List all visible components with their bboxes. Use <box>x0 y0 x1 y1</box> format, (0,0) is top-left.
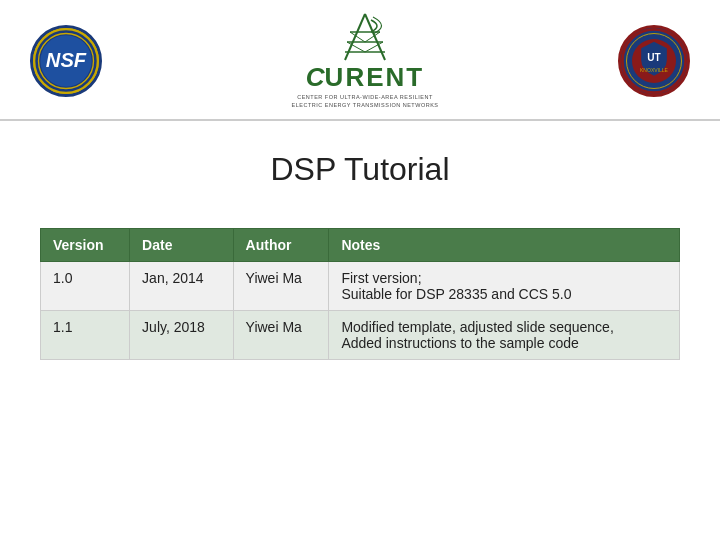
nsf-logo-container: NSF <box>30 26 120 96</box>
col-version: Version <box>41 229 130 262</box>
cell-date: July, 2018 <box>130 311 233 360</box>
version-table: Version Date Author Notes 1.0Jan, 2014Yi… <box>40 228 680 360</box>
col-notes: Notes <box>329 229 680 262</box>
col-date: Date <box>130 229 233 262</box>
curent-name: C URENT <box>306 62 424 93</box>
svg-text:NSF: NSF <box>46 49 87 71</box>
svg-line-5 <box>365 14 385 60</box>
right-logo-container: UT KNOXVILLE <box>610 26 690 96</box>
cell-notes: First version;Suitable for DSP 28335 and… <box>329 262 680 311</box>
header: NSF C <box>0 0 720 121</box>
cell-author: Yiwei Ma <box>233 262 329 311</box>
nsf-logo: NSF <box>30 25 102 97</box>
main-content: DSP Tutorial Version Date Author Notes 1… <box>0 121 720 540</box>
curent-c-letter: C <box>306 62 325 93</box>
cell-notes: Modified template, adjusted slide sequen… <box>329 311 680 360</box>
cell-version: 1.1 <box>41 311 130 360</box>
ut-logo: UT KNOXVILLE <box>618 25 690 97</box>
cell-date: Jan, 2014 <box>130 262 233 311</box>
page-title: DSP Tutorial <box>270 151 449 188</box>
curent-logo-container: C URENT CENTER FOR ULTRA-WIDE-AREA RESIL… <box>292 12 439 109</box>
curent-tower-icon <box>335 12 395 62</box>
svg-text:UT: UT <box>647 52 661 63</box>
col-author: Author <box>233 229 329 262</box>
table-row: 1.1July, 2018Yiwei MaModified template, … <box>41 311 680 360</box>
table-header-row: Version Date Author Notes <box>41 229 680 262</box>
svg-text:KNOXVILLE: KNOXVILLE <box>640 67 669 73</box>
cell-author: Yiwei Ma <box>233 311 329 360</box>
page: NSF C <box>0 0 720 540</box>
curent-urent-text: URENT <box>325 62 425 93</box>
svg-line-4 <box>345 14 365 60</box>
cell-version: 1.0 <box>41 262 130 311</box>
table-row: 1.0Jan, 2014Yiwei MaFirst version;Suitab… <box>41 262 680 311</box>
curent-subtitle: CENTER FOR ULTRA-WIDE-AREA RESILIENT ELE… <box>292 94 439 109</box>
